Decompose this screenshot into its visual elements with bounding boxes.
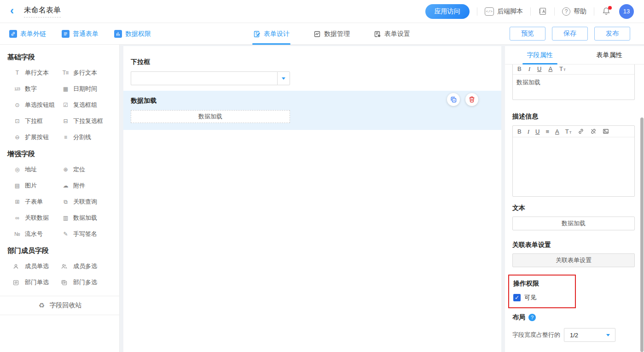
field-item-number[interactable]: 123数字 [13, 85, 61, 93]
field-item-attachment[interactable]: ☁附件 [61, 182, 119, 190]
data-permission-icon [114, 30, 122, 38]
field-item-dropdown-multi[interactable]: ⊟下拉复选框 [61, 117, 119, 125]
field-item-location[interactable]: ⊕定位 [61, 165, 119, 174]
toolbar-actions: 预览 保存 发布 [510, 27, 630, 41]
recycle-icon: ♻ [38, 301, 46, 310]
font-size-icon[interactable]: TT [565, 129, 572, 135]
data-management-icon [313, 30, 321, 38]
field-item-data-load[interactable]: ▥数据加载 [61, 214, 119, 222]
normal-form-item[interactable]: 普通表单 [62, 30, 99, 38]
underline-icon[interactable]: U [537, 66, 541, 72]
backend-script-button[interactable]: </> 后端脚本 [485, 7, 523, 16]
contacts-button[interactable] [538, 7, 547, 16]
title-editor-toolbar: B I U A TT [513, 65, 634, 75]
field-width-select[interactable]: 1/2 [564, 328, 615, 342]
canvas-field-dropdown[interactable]: 下拉框 [131, 58, 494, 85]
delete-field-button[interactable] [465, 93, 478, 106]
data-load-field-label: 数据加载 [131, 97, 494, 105]
member-multi-icon [61, 264, 70, 270]
preview-button[interactable]: 预览 [510, 27, 545, 41]
divider [594, 7, 594, 16]
publish-button[interactable]: 发布 [594, 27, 630, 41]
font-size-icon[interactable]: TT [559, 66, 566, 72]
enhanced-fields-grid: ◎地址 ⊕定位 ▤图片 ☁附件 ⊞子表单 ⧉关联查询 ∞关联数据 ▥数据加载 №… [0, 165, 119, 238]
related-form-settings-button[interactable]: 关联表单设置 [512, 253, 635, 267]
calendar-icon: ▦ [61, 86, 70, 92]
tab-field-properties[interactable]: 字段属性 [505, 46, 574, 64]
data-load-placeholder-button[interactable]: 数据加载 [131, 110, 290, 123]
field-width-row: 字段宽度占整行的 1/2 [512, 328, 635, 342]
back-icon[interactable]: ‹ [10, 5, 14, 16]
field-item-image[interactable]: ▤图片 [13, 182, 61, 190]
text-value-button[interactable]: 数据加载 [512, 217, 635, 230]
layout-help-icon[interactable]: ? [528, 314, 536, 321]
external-link-item[interactable]: 表单外链 [9, 30, 46, 38]
align-icon[interactable]: ≡ [545, 129, 549, 135]
form-title[interactable]: 未命名表单 [24, 6, 61, 18]
field-item-member-single[interactable]: 成员单选 [13, 262, 61, 270]
font-color-icon[interactable]: A [555, 129, 559, 135]
unlink-icon[interactable] [590, 128, 597, 135]
canvas-field-data-load-selected[interactable]: 数据加载 数据加载 [123, 91, 501, 130]
tab-form-design[interactable]: 表单设计 [252, 23, 290, 45]
tab-data-management[interactable]: 数据管理 [313, 23, 351, 45]
help-button[interactable]: ? 帮助 [562, 7, 586, 16]
checkbox-checked-icon[interactable]: ✓ [513, 294, 521, 301]
field-item-serial-number[interactable]: №流水号 [13, 230, 61, 238]
save-button[interactable]: 保存 [552, 27, 588, 41]
field-item-department-multi[interactable]: 部门多选 [61, 278, 119, 287]
field-title-editor[interactable]: B I U A TT 数据加载 [512, 65, 635, 100]
description-section-title: 描述信息 [512, 112, 635, 121]
field-item-single-line-text[interactable]: T单行文本 [13, 69, 61, 77]
form-design-icon [253, 30, 261, 38]
field-title-input[interactable]: 数据加载 [513, 75, 634, 100]
field-item-address[interactable]: ◎地址 [13, 165, 61, 174]
field-item-related-query[interactable]: ⧉关联查询 [61, 198, 119, 206]
avatar[interactable]: 13 [619, 4, 634, 19]
dropdown-arrow-button[interactable] [277, 71, 290, 85]
subform-icon: ⊞ [13, 199, 21, 205]
vertical-scrollbar[interactable] [640, 117, 644, 352]
underline-icon[interactable]: U [535, 129, 540, 135]
field-item-member-multi[interactable]: 成员多选 [61, 262, 119, 270]
tab-form-settings[interactable]: 表单设置 [373, 23, 411, 45]
field-item-signature[interactable]: ✎手写签名 [61, 230, 119, 238]
copy-field-button[interactable] [447, 93, 460, 106]
field-recycle-bin[interactable]: ♻ 字段回收站 [0, 296, 119, 315]
form-canvas[interactable]: 下拉框 数据加载 数据加载 [123, 46, 501, 352]
description-editor[interactable]: B I U ≡ A TT [512, 125, 635, 197]
divider [554, 7, 555, 16]
checkbox-icon: ☑ [61, 102, 70, 108]
number-icon: 123 [13, 87, 21, 91]
font-color-icon[interactable]: A [548, 66, 552, 72]
field-item-dropdown[interactable]: ⊡下拉框 [13, 117, 61, 125]
field-item-checkbox-group[interactable]: ☑复选框组 [61, 101, 119, 109]
field-item-subform[interactable]: ⊞子表单 [13, 198, 61, 206]
data-permission-item[interactable]: 数据权限 [114, 30, 151, 38]
visible-checkbox-row[interactable]: ✓ 可见 [513, 293, 575, 302]
field-item-department-single[interactable]: 部门单选 [13, 278, 61, 287]
dropdown-multi-icon: ⊟ [61, 118, 70, 124]
field-item-datetime[interactable]: ▦日期时间 [61, 85, 119, 93]
dropdown-select[interactable] [131, 71, 290, 85]
app-access-button[interactable]: 应用访问 [425, 4, 470, 19]
italic-icon[interactable]: I [528, 129, 529, 135]
insert-image-icon[interactable] [603, 128, 609, 135]
notification-bell-button[interactable] [602, 6, 612, 17]
field-item-related-data[interactable]: ∞关联数据 [13, 214, 61, 222]
panel-content: B I U A TT 数据加载 描述信息 B I U ≡ A TT [505, 65, 644, 352]
related-data-icon: ∞ [13, 215, 21, 221]
field-item-radio-group[interactable]: ⊙单选按钮组 [13, 101, 61, 109]
field-item-divider-line[interactable]: ≡分割线 [61, 133, 119, 141]
field-width-label: 字段宽度占整行的 [512, 331, 560, 339]
field-item-multi-line-text[interactable]: T≡多行文本 [61, 69, 119, 77]
dropdown-select-value[interactable] [131, 71, 277, 85]
link-icon [9, 30, 17, 38]
tab-form-properties[interactable]: 表单属性 [574, 46, 644, 64]
link-icon[interactable] [578, 128, 584, 135]
bold-icon[interactable]: B [517, 129, 522, 135]
description-input[interactable] [513, 137, 634, 196]
italic-icon[interactable]: I [528, 66, 530, 72]
field-item-extend-button[interactable]: ⊖扩展按钮 [13, 133, 61, 141]
bold-icon[interactable]: B [517, 66, 522, 72]
